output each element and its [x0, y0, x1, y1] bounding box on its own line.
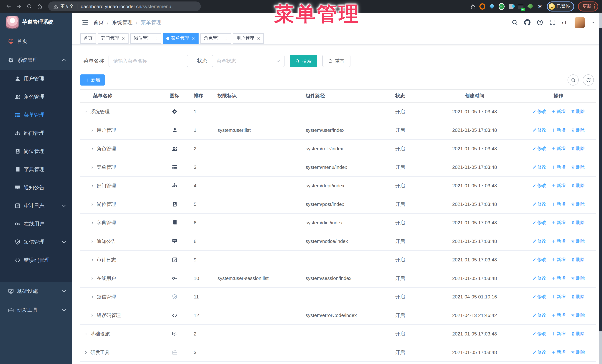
column-header-sort[interactable]: 排序 — [185, 93, 209, 99]
row-edit-link[interactable]: 修改 — [532, 219, 546, 226]
fullscreen-icon[interactable] — [549, 19, 556, 26]
sidebar-item[interactable]: 基础设施 — [0, 282, 72, 301]
sidebar-toggle-icon[interactable] — [82, 19, 88, 26]
table-row[interactable]: 岗位管理5system/post/index开启2021-01-05 17:03… — [80, 195, 596, 214]
window-scrollbar[interactable] — [599, 13, 602, 364]
row-edit-link[interactable]: 修改 — [532, 146, 546, 152]
tab-用户管理[interactable]: 用户管理 — [233, 33, 264, 43]
row-edit-link[interactable]: 修改 — [532, 108, 546, 115]
row-add-link[interactable]: 新增 — [551, 127, 566, 133]
chevron-right-icon[interactable] — [84, 351, 88, 354]
search-button[interactable]: 搜索 — [290, 55, 317, 67]
row-delete-link[interactable]: 删除 — [571, 238, 585, 244]
row-delete-link[interactable]: 删除 — [571, 108, 585, 115]
row-add-link[interactable]: 新增 — [551, 294, 566, 300]
table-row[interactable]: 用户管理1system:user:listsystem/user/index开启… — [80, 121, 596, 140]
chevron-right-icon[interactable] — [90, 221, 94, 225]
column-header-time[interactable]: 创建时间 — [428, 93, 521, 99]
row-add-link[interactable]: 新增 — [551, 164, 566, 170]
row-add-link[interactable]: 新增 — [551, 275, 566, 281]
browser-menu-dots-icon[interactable] — [594, 4, 595, 9]
table-row[interactable]: 基础设施2开启2021-01-05 17:03:48修改新增删除 — [80, 325, 596, 343]
table-row[interactable]: 错误码管理12system/errorCode/index开启2021-04-1… — [80, 306, 596, 325]
breadcrumb-item[interactable]: 系统管理 — [112, 19, 133, 26]
table-row[interactable]: 在线用户10system:user-session:listsystem/ses… — [80, 269, 596, 288]
sidebar-item[interactable]: 审计日志 — [0, 197, 72, 215]
chevron-right-icon[interactable] — [90, 165, 94, 169]
table-row[interactable]: 菜单管理3system/menu/index开启2021-01-05 17:03… — [80, 158, 596, 177]
sidebar-item[interactable]: 研发工具 — [0, 301, 72, 320]
tab-close-icon[interactable] — [121, 36, 125, 40]
add-button[interactable]: 新增 — [80, 74, 105, 85]
status-select[interactable]: 菜单状态 — [212, 55, 285, 67]
tab-close-icon[interactable] — [192, 36, 195, 40]
row-add-link[interactable]: 新增 — [551, 219, 566, 226]
browser-reload-button[interactable] — [24, 2, 34, 11]
browser-forward-button[interactable] — [14, 2, 23, 11]
row-delete-link[interactable]: 删除 — [571, 146, 585, 152]
tab-菜单管理[interactable]: 菜单管理 — [163, 33, 199, 43]
extension-blue-gem-icon[interactable] — [489, 3, 495, 9]
font-size-icon[interactable]: tT — [562, 19, 568, 26]
row-edit-link[interactable]: 修改 — [532, 294, 546, 300]
row-add-link[interactable]: 新增 — [551, 238, 566, 244]
sidebar-item[interactable]: 用户管理 — [0, 70, 72, 88]
sidebar-item[interactable]: 通知公告 — [0, 178, 72, 197]
security-label[interactable]: 不安全 — [60, 3, 74, 10]
column-header-path[interactable]: 组件路径 — [297, 93, 387, 99]
row-add-link[interactable]: 新增 — [551, 183, 566, 189]
table-row[interactable]: 审计日志9开启2021-01-05 17:03:48修改新增删除 — [80, 251, 596, 269]
row-delete-link[interactable]: 删除 — [571, 219, 585, 226]
chevron-right-icon[interactable] — [90, 258, 94, 262]
browser-home-button[interactable] — [35, 2, 44, 11]
help-icon[interactable] — [537, 19, 543, 26]
row-add-link[interactable]: 新增 — [551, 312, 566, 318]
row-delete-link[interactable]: 删除 — [571, 257, 585, 263]
column-header-perm[interactable]: 权限标识 — [209, 93, 297, 99]
chevron-right-icon[interactable] — [90, 202, 94, 206]
sidebar-item[interactable]: 岗位管理 — [0, 142, 72, 160]
github-icon[interactable] — [524, 19, 530, 26]
address-bar[interactable]: 不安全 dashboard.yudao.iocoder.cn /system/m… — [48, 1, 201, 11]
tab-close-icon[interactable] — [154, 36, 158, 40]
chevron-right-icon[interactable] — [90, 313, 94, 317]
row-delete-link[interactable]: 删除 — [571, 201, 585, 207]
sidebar-item[interactable]: 在线用户 — [0, 215, 72, 233]
browser-profile-button[interactable]: 已暂停 — [547, 1, 574, 11]
column-header-ops[interactable]: 操作 — [521, 93, 596, 99]
row-delete-link[interactable]: 删除 — [571, 127, 585, 133]
row-delete-link[interactable]: 删除 — [571, 164, 585, 170]
browser-back-button[interactable] — [4, 2, 13, 11]
table-row[interactable]: 通知公告8system/notice/index开启2021-01-05 17:… — [80, 232, 596, 251]
header-search-icon[interactable] — [512, 19, 518, 26]
tab-角色管理[interactable]: 角色管理 — [200, 33, 231, 43]
chevron-right-icon[interactable] — [90, 147, 94, 151]
column-header-status[interactable]: 状态 — [387, 93, 428, 99]
reset-button[interactable]: 重置 — [322, 55, 350, 67]
sidebar-item[interactable]: 菜单管理 — [0, 106, 72, 124]
table-row[interactable]: 系统管理1开启2021-01-05 17:03:48修改新增删除 — [80, 103, 596, 121]
row-edit-link[interactable]: 修改 — [532, 183, 546, 189]
row-delete-link[interactable]: 删除 — [571, 294, 585, 300]
user-avatar[interactable] — [575, 17, 585, 28]
chevron-right-icon[interactable] — [90, 239, 94, 243]
chevron-right-icon[interactable] — [84, 332, 88, 336]
menu-name-input[interactable]: 请输入菜单名称 — [108, 55, 188, 67]
row-add-link[interactable]: 新增 — [551, 146, 566, 152]
row-add-link[interactable]: 新增 — [551, 257, 566, 263]
table-row[interactable]: 研发工具3开启2021-01-05 17:03:48修改新增删除 — [80, 343, 596, 362]
table-row[interactable]: 部门管理4system/dept/index开启2021-01-05 17:03… — [80, 177, 596, 195]
row-delete-link[interactable]: 删除 — [571, 331, 585, 337]
toolbar-refresh-button[interactable] — [583, 74, 594, 85]
row-add-link[interactable]: 新增 — [551, 331, 566, 337]
extension-green-check-icon[interactable]: ✓ — [498, 3, 504, 9]
chevron-down-icon[interactable] — [84, 110, 88, 114]
row-delete-link[interactable]: 删除 — [571, 312, 585, 318]
app-logo[interactable]: 芋道管理系统 — [0, 13, 72, 32]
sidebar-item[interactable]: 短信管理 — [0, 233, 72, 251]
row-edit-link[interactable]: 修改 — [532, 127, 546, 133]
table-row[interactable]: 短信管理11开启2021-04-05 01:10:16修改新增删除 — [80, 288, 596, 306]
tab-部门管理[interactable]: 部门管理 — [98, 33, 129, 43]
sidebar-item[interactable]: 错误码管理 — [0, 251, 72, 269]
tab-close-icon[interactable] — [257, 36, 260, 40]
